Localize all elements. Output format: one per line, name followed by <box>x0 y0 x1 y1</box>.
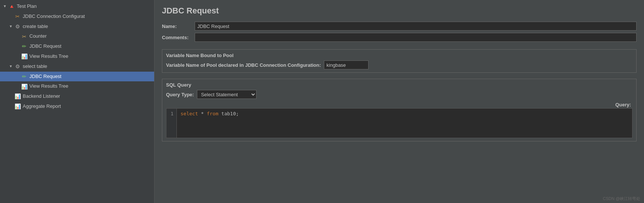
toggle-spacer-counter <box>15 34 20 39</box>
query-type-label: Query Type: <box>166 92 194 97</box>
name-label: Name: <box>162 24 192 29</box>
sidebar-label-view-results-1: View Results Tree <box>29 53 68 60</box>
identifier-tab10: tab10; <box>221 111 239 116</box>
code-editor[interactable]: 1 select * from tab10; <box>166 108 632 138</box>
jdbc-req-2-icon: ✏ <box>21 73 28 80</box>
sidebar-item-jdbc-request-2[interactable]: ✏ JDBC Request <box>0 72 154 82</box>
aggregate-icon: 📊 <box>14 103 21 110</box>
toggle-spacer-jr1 <box>15 44 20 49</box>
sidebar-label-aggregate-report: Aggregate Report <box>23 103 61 110</box>
sidebar: ▼ 🔺 Test Plan ✂ JDBC Connection Configur… <box>0 0 154 203</box>
variable-name-section-title: Variable Name Bound to Pool <box>166 53 632 58</box>
sidebar-label-view-results-2: View Results Tree <box>29 82 68 90</box>
pool-input[interactable] <box>324 60 369 69</box>
create-table-icon: ⚙ <box>14 23 21 30</box>
comments-label: Comments: <box>162 35 192 40</box>
sidebar-item-aggregate-report[interactable]: 📊 Aggregate Report <box>0 102 154 112</box>
toggle-create-table: ▼ <box>8 24 13 29</box>
kw-from: from <box>207 111 218 116</box>
query-type-select[interactable]: Select Statement <box>197 90 256 99</box>
watermark: CSDN @峡江转弯处 <box>154 194 644 203</box>
view-tree-2-icon: 📊 <box>21 83 28 90</box>
select-table-icon: ⚙ <box>14 63 21 70</box>
sidebar-label-counter: Counter <box>29 32 47 40</box>
toggle-select-table: ▼ <box>8 64 13 69</box>
view-tree-1-icon: 📊 <box>21 53 28 60</box>
line-numbers: 1 <box>166 109 177 138</box>
toggle-spacer-bl <box>8 94 13 99</box>
variable-name-section: Variable Name Bound to Pool Variable Nam… <box>162 49 637 73</box>
sidebar-item-select-table[interactable]: ▼ ⚙ select table <box>0 62 154 72</box>
query-label: Query: <box>615 102 631 107</box>
comments-input[interactable] <box>195 33 637 42</box>
jdbc-config-icon: ✂ <box>14 13 21 20</box>
sidebar-item-test-plan[interactable]: ▼ 🔺 Test Plan <box>0 1 154 12</box>
line-number-1: 1 <box>169 111 173 116</box>
sidebar-item-backend-listener[interactable]: 📊 Backend Listener <box>0 91 154 102</box>
sidebar-item-counter[interactable]: ✂ Counter <box>0 31 154 41</box>
counter-icon: ✂ <box>21 33 28 40</box>
sidebar-item-jdbc-request-1[interactable]: ✏ JDBC Request <box>0 41 154 51</box>
sidebar-item-jdbc-connection-config[interactable]: ✂ JDBC Connection Configurat <box>0 12 154 22</box>
kw-select: select <box>181 111 198 116</box>
sidebar-item-create-table[interactable]: ▼ ⚙ create table <box>0 22 154 32</box>
sidebar-item-view-results-2[interactable]: 📊 View Results Tree <box>0 81 154 91</box>
sidebar-label-select-table: select table <box>23 63 47 71</box>
sidebar-label-create-table: create table <box>23 23 48 31</box>
sql-section-title: SQL Query <box>166 82 632 88</box>
toggle-spacer-ar <box>8 104 13 109</box>
page-title: JDBC Request <box>154 0 644 19</box>
kw-star: * <box>201 111 204 116</box>
toggle-spacer-jr2 <box>15 74 20 79</box>
sidebar-label-backend-listener: Backend Listener <box>23 93 60 100</box>
sidebar-label-jdbc-request-2: JDBC Request <box>29 73 61 81</box>
sql-query-section: SQL Query Query Type: Select Statement Q… <box>162 79 637 141</box>
sidebar-label-jdbc-config: JDBC Connection Configurat <box>23 13 85 21</box>
name-input[interactable] <box>195 22 637 31</box>
code-content[interactable]: select * from tab10; <box>177 109 632 138</box>
test-plan-icon: 🔺 <box>8 3 15 10</box>
toggle-spacer-vrt1 <box>15 54 20 59</box>
sidebar-label-test-plan: Test Plan <box>17 3 36 10</box>
toggle-spacer-vrt2 <box>15 84 20 89</box>
toggle-spacer-1 <box>8 14 13 19</box>
jdbc-req-1-icon: ✏ <box>21 43 28 50</box>
backend-icon: 📊 <box>14 93 21 100</box>
sidebar-label-jdbc-request-1: JDBC Request <box>29 43 61 50</box>
toggle-test-plan: ▼ <box>2 4 7 9</box>
main-panel: JDBC Request Name: Comments: Variable Na… <box>154 0 644 203</box>
sidebar-item-view-results-1[interactable]: 📊 View Results Tree <box>0 51 154 62</box>
pool-label: Variable Name of Pool declared in JDBC C… <box>166 62 321 68</box>
